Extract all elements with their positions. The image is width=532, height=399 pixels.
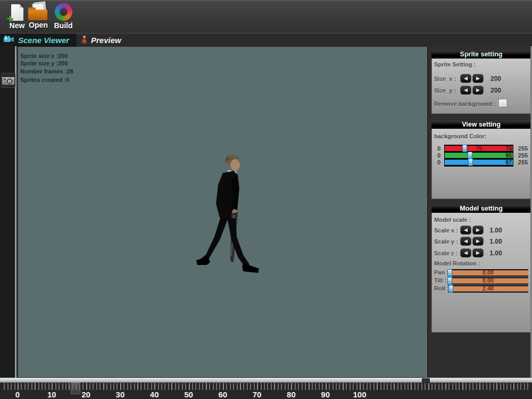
ruler-tick bbox=[237, 383, 238, 390]
ruler-number: 50 bbox=[184, 390, 193, 399]
scale-y-label: Scale y : bbox=[434, 238, 458, 245]
remove-background-label: Remove background : bbox=[434, 101, 496, 107]
size-y-increment-button[interactable]: ▶ bbox=[472, 86, 484, 95]
pan-label: Pan : bbox=[434, 269, 448, 276]
tilt-slider-handle[interactable] bbox=[447, 277, 452, 285]
model-setting-header: Model setting bbox=[431, 205, 531, 213]
ruler-tick bbox=[524, 383, 525, 390]
remove-background-checkbox[interactable] bbox=[498, 99, 507, 107]
ruler-tick bbox=[343, 383, 344, 390]
ruler-tick bbox=[35, 383, 36, 390]
ruler-tick bbox=[168, 383, 169, 390]
scale-z-label: Scale z : bbox=[434, 250, 458, 256]
green-channel-slider[interactable]: 95 bbox=[445, 153, 513, 158]
scale-z-decrement-button[interactable]: ◀ bbox=[460, 248, 471, 257]
size-y-decrement-button[interactable]: ◀ bbox=[460, 86, 471, 95]
tilt-slider-row: Tilt : 0.00 bbox=[432, 277, 531, 285]
ruler-tick bbox=[394, 383, 395, 390]
ruler-tick bbox=[298, 383, 299, 390]
scale-x-increment-button[interactable]: ▶ bbox=[472, 226, 484, 235]
scale-z-value: 1.00 bbox=[483, 250, 509, 257]
ruler-tick bbox=[117, 383, 118, 390]
plus-icon: + bbox=[7, 14, 14, 24]
new-button[interactable]: + New bbox=[6, 3, 28, 30]
ruler-tick bbox=[421, 383, 422, 390]
ruler-tick bbox=[189, 383, 190, 390]
main-area: Sprite size x :200 Sprite size y :200 Nu… bbox=[0, 46, 532, 378]
ruler-tick bbox=[442, 383, 443, 390]
ruler-tick bbox=[130, 383, 131, 390]
tab-scene-viewer[interactable]: Scene Viewer bbox=[0, 34, 77, 47]
viewport-stats-overlay: Sprite size x :200 Sprite size y :200 Nu… bbox=[20, 53, 73, 84]
ruler-tick bbox=[24, 383, 26, 390]
blue-slider-handle[interactable] bbox=[468, 159, 473, 166]
pan-slider[interactable]: 0.00 bbox=[448, 269, 528, 277]
scale-x-decrement-button[interactable]: ◀ bbox=[460, 226, 471, 235]
ruler-tick bbox=[350, 383, 351, 390]
size-x-decrement-button[interactable]: ◀ bbox=[460, 74, 471, 83]
camera-icon[interactable] bbox=[1, 73, 15, 88]
character-model[interactable] bbox=[194, 151, 263, 278]
ruler-tick bbox=[466, 383, 467, 390]
blue-slider-bar[interactable] bbox=[445, 160, 513, 165]
scale-y-increment-button[interactable]: ▶ bbox=[472, 237, 484, 246]
red-min-label: 0 bbox=[435, 145, 443, 152]
build-icon bbox=[55, 3, 72, 21]
green-slider-bar[interactable] bbox=[445, 153, 513, 158]
size-x-increment-button[interactable]: ▶ bbox=[472, 74, 484, 83]
ruler-tick bbox=[332, 383, 334, 390]
ruler-tick bbox=[69, 383, 70, 390]
ruler-tick bbox=[62, 383, 63, 390]
red-channel-slider[interactable]: 75 75 bbox=[445, 146, 513, 151]
scene-viewport[interactable]: Sprite size x :200 Sprite size y :200 Nu… bbox=[18, 47, 427, 377]
ruler-tick bbox=[21, 383, 22, 390]
ruler-tick bbox=[472, 383, 473, 390]
ruler-tick bbox=[305, 383, 306, 390]
horizontal-scrollbar[interactable] bbox=[0, 378, 532, 383]
open-button-label: Open bbox=[27, 21, 50, 29]
ruler-tick bbox=[48, 383, 49, 390]
ruler-tick bbox=[164, 383, 165, 390]
blue-max-label: 255 bbox=[516, 159, 530, 165]
ruler-number: 90 bbox=[321, 390, 330, 399]
pan-slider-handle[interactable] bbox=[447, 269, 452, 277]
tilt-label: Tilt : bbox=[434, 277, 446, 284]
ruler-tick bbox=[455, 383, 456, 390]
toolbar: + New Open Build bbox=[0, 0, 532, 33]
ruler-tick bbox=[462, 383, 463, 390]
ruler-tick bbox=[7, 383, 9, 390]
roll-slider[interactable]: 2.40 bbox=[448, 285, 528, 293]
ruler-tick bbox=[387, 383, 388, 390]
ruler-tick bbox=[96, 383, 97, 390]
green-slider-handle[interactable] bbox=[468, 152, 472, 159]
ruler-tick bbox=[445, 383, 446, 390]
ruler-tick bbox=[93, 383, 94, 390]
roll-slider-handle[interactable] bbox=[448, 285, 453, 293]
sprite-setting-section-label: Sprite Setting : bbox=[434, 61, 476, 68]
ruler-tick bbox=[216, 383, 217, 390]
build-button[interactable]: Build bbox=[51, 3, 76, 30]
ruler-tick bbox=[404, 383, 405, 390]
red-slider-handle[interactable] bbox=[462, 145, 467, 152]
ruler-tick bbox=[178, 383, 179, 390]
ruler-tick bbox=[154, 383, 155, 390]
tab-preview[interactable]: Preview bbox=[79, 34, 137, 47]
ruler-tick bbox=[219, 383, 220, 390]
blue-channel-slider[interactable]: 97 bbox=[445, 160, 513, 165]
scale-y-decrement-button[interactable]: ◀ bbox=[460, 237, 471, 246]
settings-sidebar: Sprite setting Sprite Setting : Size_x :… bbox=[427, 46, 532, 378]
sprite-size-y-text: Sprite size y :200 bbox=[20, 60, 73, 68]
roll-slider-row: Roll : 2.40 bbox=[432, 285, 531, 293]
tilt-slider[interactable]: 0.00 bbox=[448, 277, 528, 285]
ruler-tick bbox=[11, 383, 12, 390]
ruler-tick bbox=[510, 383, 511, 390]
ruler-tick bbox=[506, 383, 508, 390]
sprites-created-text: Sprites created :0 bbox=[20, 77, 73, 84]
timeline-ruler[interactable]: 0102030405060708090100 bbox=[0, 383, 532, 399]
scale-z-increment-button[interactable]: ▶ bbox=[472, 248, 484, 257]
open-button[interactable]: Open bbox=[27, 3, 50, 29]
ruler-tick bbox=[291, 383, 292, 390]
ruler-tick bbox=[353, 383, 354, 390]
ruler-tick bbox=[476, 383, 477, 390]
ruler-tick bbox=[527, 383, 528, 390]
